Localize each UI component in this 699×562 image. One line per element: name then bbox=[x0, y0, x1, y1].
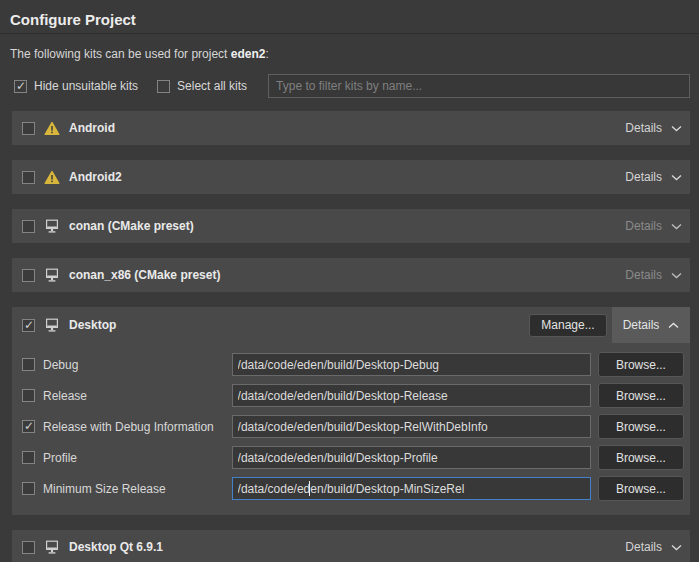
browse-button[interactable]: Browse... bbox=[598, 383, 684, 408]
kit-row-android2: Android2 Details bbox=[12, 160, 690, 194]
kit-row-desktop: Desktop Manage... Details bbox=[12, 307, 690, 343]
desktop-icon bbox=[44, 219, 60, 234]
chevron-down-icon bbox=[671, 223, 682, 230]
config-row-relwithdebinfo: Release with Debug Information Browse... bbox=[22, 411, 684, 442]
desktop-icon bbox=[44, 268, 60, 283]
details-label: Details bbox=[625, 268, 662, 282]
details-toggle[interactable]: Details bbox=[617, 530, 690, 562]
kit-list: Android Details Android2 Details c bbox=[12, 111, 690, 562]
checkbox-checked-icon[interactable] bbox=[14, 80, 27, 93]
build-dir-input-profile[interactable] bbox=[232, 446, 591, 469]
intro-suffix: : bbox=[265, 47, 268, 61]
details-label: Details bbox=[625, 121, 662, 135]
kit-name: Desktop Qt 6.9.1 bbox=[69, 540, 163, 554]
select-all-kits-checkbox[interactable]: Select all kits bbox=[157, 79, 247, 93]
chevron-down-icon bbox=[671, 125, 682, 132]
details-toggle-expanded[interactable]: Details bbox=[612, 307, 690, 343]
config-label: Release bbox=[43, 389, 232, 403]
kit-name: Desktop bbox=[69, 318, 116, 332]
chevron-down-icon bbox=[671, 272, 682, 279]
kit-row-conan-x86: conan_x86 (CMake preset) Details bbox=[12, 258, 690, 292]
browse-button[interactable]: Browse... bbox=[598, 445, 684, 470]
warning-icon bbox=[44, 170, 60, 185]
kit-row-desktop-qt: Desktop Qt 6.9.1 Details bbox=[12, 530, 690, 562]
build-config-list: Debug Browse... Release Browse... bbox=[12, 343, 690, 515]
config-label: Profile bbox=[43, 451, 232, 465]
kit-checkbox[interactable] bbox=[22, 171, 35, 184]
project-name: eden2 bbox=[231, 47, 266, 61]
kit-checkbox-checked[interactable] bbox=[22, 319, 35, 332]
kit-name: Android2 bbox=[69, 170, 122, 184]
manage-kits-button[interactable]: Manage... bbox=[529, 314, 607, 337]
select-all-kits-label: Select all kits bbox=[177, 79, 247, 93]
kit-checkbox[interactable] bbox=[22, 220, 35, 233]
config-row-release: Release Browse... bbox=[22, 380, 684, 411]
kit-name: Android bbox=[69, 121, 115, 135]
intro-text: The following kits can be used for proje… bbox=[0, 34, 699, 61]
kit-row-conan: conan (CMake preset) Details bbox=[12, 209, 690, 243]
config-checkbox[interactable] bbox=[22, 482, 35, 495]
details-label: Details bbox=[625, 219, 662, 233]
configure-project-page: Configure Project The following kits can… bbox=[0, 0, 699, 562]
details-toggle[interactable]: Details bbox=[617, 111, 690, 145]
browse-button[interactable]: Browse... bbox=[598, 476, 684, 501]
config-checkbox[interactable] bbox=[22, 451, 35, 464]
build-dir-input-relwithdebinfo[interactable] bbox=[232, 415, 591, 438]
details-label: Details bbox=[623, 318, 660, 332]
kit-row-android: Android Details bbox=[12, 111, 690, 145]
config-row-profile: Profile Browse... bbox=[22, 442, 684, 473]
browse-button[interactable]: Browse... bbox=[598, 414, 684, 439]
config-label: Release with Debug Information bbox=[43, 420, 232, 434]
details-toggle-disabled: Details bbox=[617, 258, 690, 292]
warning-icon bbox=[44, 121, 60, 136]
text-caret bbox=[309, 481, 310, 496]
browse-button[interactable]: Browse... bbox=[598, 352, 684, 377]
config-checkbox-checked[interactable] bbox=[22, 420, 35, 433]
details-toggle-disabled: Details bbox=[617, 209, 690, 243]
kit-name: conan (CMake preset) bbox=[69, 219, 194, 233]
kit-name: conan_x86 (CMake preset) bbox=[69, 268, 220, 282]
hide-unsuitable-kits-checkbox[interactable]: Hide unsuitable kits bbox=[14, 79, 138, 93]
config-row-debug: Debug Browse... bbox=[22, 349, 684, 380]
config-checkbox[interactable] bbox=[22, 358, 35, 371]
page-title: Configure Project bbox=[0, 0, 699, 33]
build-dir-input-release[interactable] bbox=[232, 384, 591, 407]
chevron-down-icon bbox=[671, 174, 682, 181]
kit-checkbox[interactable] bbox=[22, 122, 35, 135]
checkbox-unchecked-icon[interactable] bbox=[157, 80, 170, 93]
details-toggle[interactable]: Details bbox=[617, 160, 690, 194]
details-label: Details bbox=[625, 170, 662, 184]
config-label: Debug bbox=[43, 358, 232, 372]
filter-row: Hide unsuitable kits Select all kits bbox=[0, 61, 699, 98]
build-dir-input-debug[interactable] bbox=[232, 353, 591, 376]
config-label: Minimum Size Release bbox=[43, 482, 232, 496]
desktop-icon bbox=[44, 318, 60, 333]
hide-unsuitable-kits-label: Hide unsuitable kits bbox=[34, 79, 138, 93]
kit-checkbox[interactable] bbox=[22, 269, 35, 282]
chevron-down-icon bbox=[671, 544, 682, 551]
config-checkbox[interactable] bbox=[22, 389, 35, 402]
intro-prefix: The following kits can be used for proje… bbox=[10, 47, 231, 61]
desktop-icon bbox=[44, 540, 60, 555]
chevron-up-icon bbox=[668, 322, 679, 329]
details-label: Details bbox=[625, 540, 662, 554]
kit-checkbox[interactable] bbox=[22, 541, 35, 554]
kit-filter-input[interactable] bbox=[268, 74, 690, 98]
config-row-minsizerel: Minimum Size Release Browse... bbox=[22, 473, 684, 504]
kit-section-desktop: Desktop Manage... Details Debug Browse..… bbox=[12, 307, 690, 515]
build-dir-input-minsizerel[interactable] bbox=[232, 477, 591, 500]
